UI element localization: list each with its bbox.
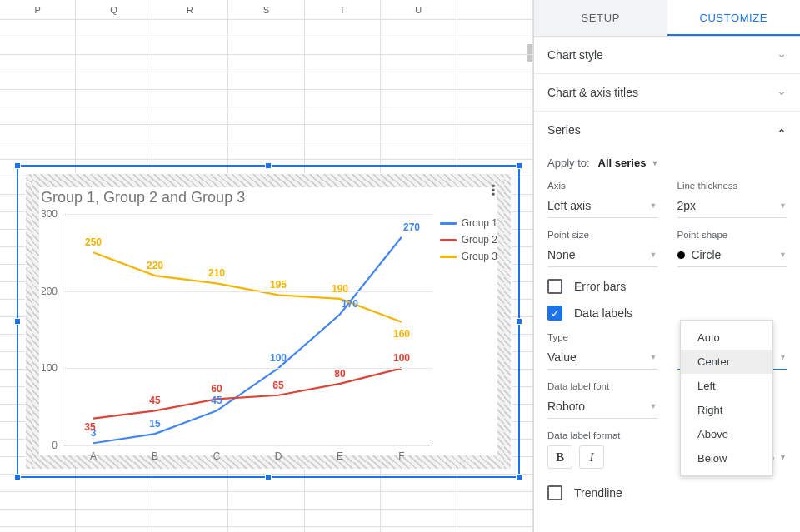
cell[interactable] bbox=[76, 90, 152, 107]
cell[interactable] bbox=[0, 20, 76, 37]
dropdown-option[interactable]: Center bbox=[681, 350, 772, 374]
cell[interactable] bbox=[228, 527, 304, 532]
cell[interactable] bbox=[381, 90, 457, 107]
section-series[interactable]: Series bbox=[534, 112, 800, 148]
cell[interactable] bbox=[305, 20, 381, 37]
cell[interactable] bbox=[458, 72, 533, 89]
cell[interactable] bbox=[76, 510, 152, 526]
cell[interactable] bbox=[305, 492, 381, 509]
cell[interactable] bbox=[305, 142, 381, 159]
type-select[interactable]: Value ▼ bbox=[548, 347, 658, 370]
cell[interactable] bbox=[458, 142, 533, 159]
line-thickness-select[interactable]: 2px ▼ bbox=[678, 196, 788, 218]
cell[interactable] bbox=[228, 55, 304, 72]
cell[interactable] bbox=[152, 20, 228, 37]
cell[interactable] bbox=[381, 142, 457, 159]
cell[interactable] bbox=[458, 90, 533, 107]
cell[interactable] bbox=[0, 510, 76, 526]
cell[interactable] bbox=[0, 142, 76, 159]
point-shape-select[interactable]: Circle ▼ bbox=[678, 245, 788, 267]
column-header[interactable] bbox=[458, 0, 533, 19]
cell[interactable] bbox=[228, 492, 304, 509]
cell[interactable] bbox=[458, 510, 533, 526]
chart-selection[interactable]: Group 1, Group 2 and Group 3 ••• Group 1… bbox=[17, 165, 520, 478]
cell[interactable] bbox=[458, 492, 533, 509]
cell[interactable] bbox=[381, 125, 457, 142]
cell[interactable] bbox=[381, 37, 457, 54]
cell[interactable] bbox=[152, 90, 228, 107]
cell[interactable] bbox=[305, 125, 381, 142]
cell[interactable] bbox=[228, 510, 304, 526]
cell[interactable] bbox=[76, 72, 152, 89]
column-header[interactable]: P bbox=[0, 0, 76, 19]
point-size-select[interactable]: None ▼ bbox=[548, 245, 658, 267]
cell[interactable] bbox=[152, 107, 228, 124]
cell[interactable] bbox=[0, 72, 76, 89]
tab-setup[interactable]: SETUP bbox=[534, 0, 668, 36]
cell[interactable] bbox=[381, 492, 457, 509]
column-header[interactable]: Q bbox=[76, 0, 152, 19]
cell[interactable] bbox=[228, 72, 304, 89]
cell[interactable] bbox=[458, 527, 533, 532]
dropdown-option[interactable]: Auto bbox=[681, 326, 772, 350]
cell[interactable] bbox=[0, 55, 76, 72]
cell[interactable] bbox=[76, 55, 152, 72]
cell[interactable] bbox=[305, 90, 381, 107]
cell[interactable] bbox=[152, 492, 228, 509]
cell[interactable] bbox=[0, 107, 76, 124]
cell[interactable] bbox=[381, 510, 457, 526]
cell[interactable] bbox=[152, 527, 228, 532]
cell[interactable] bbox=[381, 55, 457, 72]
cell[interactable] bbox=[0, 90, 76, 107]
resize-handle-mr[interactable] bbox=[516, 318, 522, 325]
column-header[interactable]: S bbox=[228, 0, 304, 19]
section-chart-style[interactable]: Chart style bbox=[534, 37, 800, 74]
cell[interactable] bbox=[76, 492, 152, 509]
chart-object[interactable]: Group 1, Group 2 and Group 3 ••• Group 1… bbox=[25, 173, 512, 470]
cell[interactable] bbox=[305, 107, 381, 124]
cell[interactable] bbox=[305, 55, 381, 72]
resize-handle-br[interactable] bbox=[516, 474, 522, 480]
italic-button[interactable]: I bbox=[579, 445, 604, 469]
cell[interactable] bbox=[381, 72, 457, 89]
cell[interactable] bbox=[76, 37, 152, 54]
bold-button[interactable]: B bbox=[548, 445, 572, 469]
cell[interactable] bbox=[152, 72, 228, 89]
cell[interactable] bbox=[458, 125, 533, 142]
cell[interactable] bbox=[0, 527, 76, 532]
cell[interactable] bbox=[381, 107, 457, 124]
axis-select[interactable]: Left axis ▼ bbox=[548, 196, 658, 218]
cell[interactable] bbox=[228, 107, 304, 124]
cell[interactable] bbox=[152, 125, 228, 142]
chart-kebab-menu[interactable]: ••• bbox=[488, 184, 499, 196]
resize-handle-bl[interactable] bbox=[14, 474, 21, 480]
resize-handle-tr[interactable] bbox=[516, 162, 522, 169]
trendline-checkbox[interactable] bbox=[548, 485, 562, 500]
dropdown-option[interactable]: Below bbox=[681, 446, 772, 470]
cell[interactable] bbox=[152, 55, 228, 72]
resize-handle-tl[interactable] bbox=[14, 162, 21, 169]
dropdown-option[interactable]: Above bbox=[681, 422, 772, 446]
cell[interactable] bbox=[76, 20, 152, 37]
cell[interactable] bbox=[458, 37, 533, 54]
dropdown-option[interactable]: Left bbox=[681, 374, 772, 398]
cell[interactable] bbox=[458, 107, 533, 124]
cell[interactable] bbox=[305, 72, 381, 89]
cell[interactable] bbox=[76, 107, 152, 124]
column-header[interactable]: R bbox=[152, 0, 228, 19]
cell[interactable] bbox=[458, 55, 533, 72]
column-header[interactable]: T bbox=[305, 0, 381, 19]
resize-handle-bm[interactable] bbox=[265, 474, 272, 480]
cell[interactable] bbox=[228, 142, 304, 159]
column-header[interactable]: U bbox=[381, 0, 457, 19]
dropdown-option[interactable]: Right bbox=[681, 398, 772, 422]
resize-handle-tm[interactable] bbox=[265, 162, 272, 169]
cell[interactable] bbox=[458, 20, 533, 37]
data-label-font-select[interactable]: Roboto ▼ bbox=[548, 396, 658, 419]
cell[interactable] bbox=[152, 142, 228, 159]
cell[interactable] bbox=[228, 125, 304, 142]
cell[interactable] bbox=[305, 527, 381, 532]
cell[interactable] bbox=[152, 510, 228, 526]
cell[interactable] bbox=[0, 492, 76, 509]
cell[interactable] bbox=[76, 125, 152, 142]
